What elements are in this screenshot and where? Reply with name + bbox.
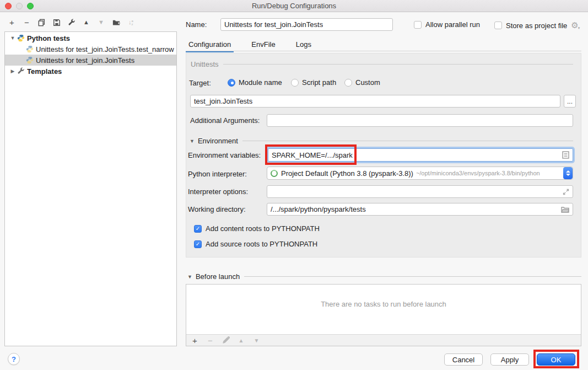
environment-variables-value: SPARK_HOME=/.../spark [272,151,353,159]
close-button[interactable] [5,3,12,9]
add-configuration-icon[interactable]: + [8,18,16,26]
python-interpreter-value: Project Default (Python 3.8 (pyspark-3.8… [281,169,413,178]
store-as-project-file-label: Store as project file [506,22,567,30]
working-directory-input[interactable]: /.../spark/python/pyspark/tests [267,203,573,216]
configurations-tree: ▼ Python tests Unittests for test_join.J… [4,31,177,346]
browse-button[interactable]: ... [564,95,576,108]
wrench-icon [17,67,25,75]
before-launch-task-list: There are no tasks to run before launch … [186,284,581,346]
add-source-roots-checkbox[interactable]: ✓ [194,240,202,248]
section-collapse-triangle-icon[interactable]: ▼ [187,274,192,280]
tree-item-unittests-test-narrow[interactable]: Unittests for test_join.JoinTests.test_n… [5,44,176,55]
configurations-toolbar: + − ▲ ▼ ↓ az [8,18,135,26]
new-folder-icon[interactable] [112,18,120,26]
name-label: Name: [186,20,207,29]
sort-alphabetically-icon: ↓ az [127,18,135,26]
cancel-button[interactable]: Cancel [444,353,483,366]
radio-button[interactable] [344,79,352,87]
before-launch-section-header[interactable]: ▼ Before launch [187,272,581,281]
tab-envfile[interactable]: EnvFile [249,37,278,51]
add-content-roots-row: ✓ Add content roots to PYTHONPATH [194,224,320,233]
python-icon [26,56,34,64]
working-directory-label: Working directory: [188,205,246,213]
edit-templates-wrench-icon[interactable] [67,18,75,26]
unittests-group-header: Unittests [191,60,573,68]
unittests-group-title: Unittests [191,60,219,68]
radio-custom-label: Custom [355,78,380,87]
expand-arrow-icon[interactable]: ▼ [9,35,16,41]
name-value: Unittests for test_join.JoinTests [224,20,323,29]
target-module-input[interactable]: test_join.JoinTests [190,95,560,108]
minimize-button [16,3,23,9]
allow-parallel-run-checkbox[interactable] [414,21,422,29]
radio-button[interactable] [291,79,299,87]
environment-variables-label: Environment variables: [188,151,261,159]
working-directory-value: /.../spark/python/pyspark/tests [271,205,366,213]
save-configuration-icon[interactable] [52,18,61,26]
before-launch-toolbar: + − ▲ ▼ [186,334,581,346]
target-module-value: test_join.JoinTests [194,97,252,105]
help-button[interactable]: ? [8,353,20,365]
allow-parallel-run-label: Allow parallel run [425,20,480,29]
add-source-roots-row: ✓ Add source roots to PYTHONPATH [194,240,317,248]
tab-bar: Configuration EnvFile Logs [186,37,329,51]
radio-button-selected[interactable] [228,79,235,87]
radio-script-path[interactable]: Script path [291,78,336,87]
python-icon [17,34,25,42]
gear-icon[interactable]: ⚙▾ [571,20,580,30]
additional-arguments-input[interactable] [267,114,573,127]
copy-configuration-icon[interactable] [37,18,46,26]
tab-configuration[interactable]: Configuration [186,37,234,51]
environment-section-header[interactable]: ▼ Environment [190,137,573,145]
add-task-icon[interactable]: + [191,336,199,345]
move-down-icon: ▼ [97,18,105,26]
tree-item-label: Templates [27,67,62,76]
radio-custom[interactable]: Custom [344,78,380,87]
folder-icon[interactable] [561,206,569,213]
apply-button[interactable]: Apply [490,353,529,366]
radio-module-name[interactable]: Module name [228,78,282,87]
store-as-project-file-checkbox-row: Store as project file ⚙▾ [494,20,580,30]
radio-module-name-label: Module name [239,78,282,87]
tree-item-label: Unittests for test_join.JoinTests.test_n… [36,45,174,53]
tree-item-unittests-jointests-selected[interactable]: Unittests for test_join.JoinTests [5,55,176,66]
edit-variables-list-icon[interactable] [562,151,569,159]
store-as-project-file-checkbox[interactable] [494,22,502,29]
tree-item-label: Python tests [27,34,70,42]
tab-separator-line [186,51,581,51]
section-collapse-triangle-icon[interactable]: ▼ [190,138,195,144]
python-icon [26,45,34,53]
move-task-down-icon: ▼ [252,336,261,345]
python-interpreter-path: ~/opt/miniconda3/envs/pyspark-3.8/bin/py… [416,170,540,176]
interpreter-options-label: Interpreter options: [188,187,248,196]
before-launch-title: Before launch [196,272,240,281]
dropdown-stepper-icon[interactable] [563,167,573,179]
move-up-icon[interactable]: ▲ [82,18,90,26]
tab-logs[interactable]: Logs [293,37,314,51]
environment-variables-input[interactable]: SPARK_HOME=/.../spark [268,148,573,162]
conda-env-icon [271,170,278,177]
expand-field-icon[interactable] [563,189,569,195]
add-content-roots-checkbox[interactable]: ✓ [194,225,202,233]
edit-task-pencil-icon [222,336,230,345]
remove-task-icon: − [206,336,214,345]
run-debug-configurations-dialog: Run/Debug Configurations + − ▲ ▼ ↓ az ▼ … [0,0,588,370]
ok-button[interactable]: OK [537,353,575,366]
name-input[interactable]: Unittests for test_join.JoinTests [220,18,393,31]
window-title: Run/Debug Configurations [252,2,336,10]
zoom-button[interactable] [27,3,34,9]
add-content-roots-label: Add content roots to PYTHONPATH [206,224,320,233]
allow-parallel-run-checkbox-row: Allow parallel run [414,20,480,29]
remove-configuration-icon[interactable]: − [23,18,31,26]
python-interpreter-label: Python interpreter: [188,170,247,178]
python-interpreter-select[interactable]: Project Default (Python 3.8 (pyspark-3.8… [267,167,573,180]
tree-item-label: Unittests for test_join.JoinTests [36,56,134,65]
radio-script-path-label: Script path [302,78,336,87]
tree-item-python-tests[interactable]: ▼ Python tests [5,33,176,44]
environment-section-title: Environment [198,137,238,145]
interpreter-options-input[interactable] [267,185,573,198]
tree-item-templates[interactable]: ▶ Templates [5,66,176,77]
collapse-arrow-icon[interactable]: ▶ [9,68,16,74]
target-label: Target: [189,79,211,87]
additional-arguments-label: Additional Arguments: [190,116,260,125]
